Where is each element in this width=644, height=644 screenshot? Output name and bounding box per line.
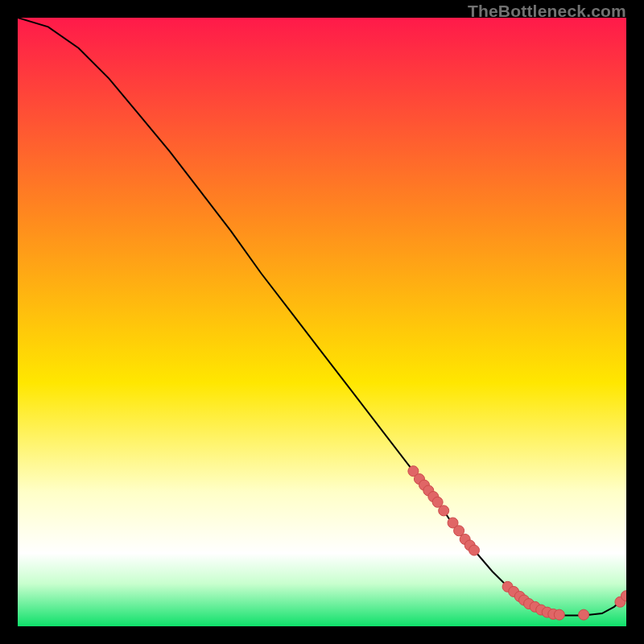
curve-marker xyxy=(439,506,449,516)
curve-marker xyxy=(554,609,564,620)
watermark-text: TheBottleneck.com xyxy=(468,2,626,21)
curve-marker xyxy=(469,545,480,555)
chart-canvas: TheBottleneck.com xyxy=(0,0,644,644)
gradient-background xyxy=(18,18,626,626)
curve-marker xyxy=(579,609,589,620)
chart-plot-area xyxy=(18,18,626,626)
